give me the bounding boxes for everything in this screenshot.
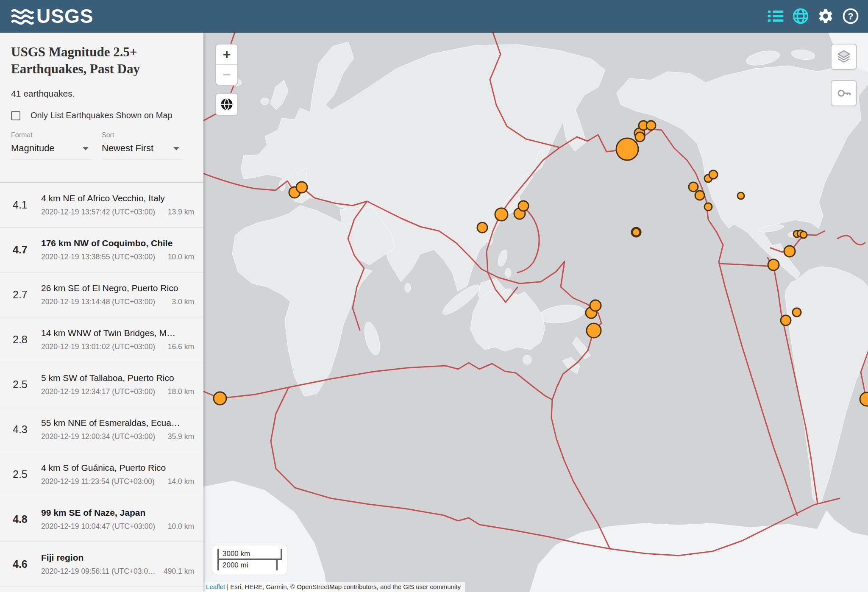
earthquake-depth: 10.0 km <box>168 253 194 261</box>
earthquake-list-item[interactable]: 4.7176 km NW of Coquimbo, Chile2020-12-1… <box>0 228 203 272</box>
earthquake-marker[interactable] <box>590 300 601 311</box>
earthquake-depth: 10.0 km <box>168 522 194 531</box>
attribution-text: | Esri, HERE, Garmin, © OpenStreetMap co… <box>225 583 461 590</box>
reset-view-button[interactable] <box>215 93 238 116</box>
earthquake-marker[interactable] <box>635 132 645 142</box>
earthquake-marker[interactable] <box>695 191 704 200</box>
earthquake-depth: 35.9 km <box>168 432 194 441</box>
earthquake-marker[interactable] <box>587 323 601 338</box>
earthquake-marker[interactable] <box>632 228 640 236</box>
earthquake-marker[interactable] <box>704 203 712 211</box>
earthquake-list: 4.14 km NE of Africo Vecchio, Italy2020-… <box>0 182 203 592</box>
format-select[interactable]: Format Magnitude <box>11 131 92 159</box>
legend-key-button[interactable] <box>831 80 857 106</box>
layers-icon <box>836 49 852 65</box>
earthquake-marker[interactable] <box>296 182 307 193</box>
earthquake-list-item[interactable]: 4.6Fiji region2020-12-19 09:56:11 (UTC+0… <box>0 542 203 587</box>
earthquake-marker[interactable] <box>616 138 638 160</box>
map-container[interactable]: + − <box>203 33 868 592</box>
list-options: Format Magnitude Sort Newest First <box>11 131 192 159</box>
earthquake-depth: 18.0 km <box>168 387 194 396</box>
earthquake-marker[interactable] <box>860 392 868 406</box>
magnitude-value: 2.8 <box>0 334 41 346</box>
header-actions: ? <box>767 7 862 25</box>
usgs-earthquakes-app: USGS <box>0 0 868 592</box>
scale-miles: 2000 mi <box>217 560 278 570</box>
help-icon[interactable]: ? <box>842 7 860 25</box>
earthquake-marker[interactable] <box>518 201 529 211</box>
usgs-logo[interactable]: USGS <box>11 6 93 26</box>
page-title: USGS Magnitude 2.5+ Earthquakes, Past Da… <box>11 44 192 78</box>
earthquake-depth: 3.0 km <box>172 297 194 306</box>
earthquake-time: 2020-12-19 12:00:34 (UTC+03:00) <box>41 432 155 441</box>
zoom-control: + − <box>215 44 238 86</box>
earthquake-time: 2020-12-19 13:14:48 (UTC+03:00) <box>41 297 155 306</box>
earthquake-place: 4 km NE of Africo Vecchio, Italy <box>41 193 194 203</box>
earthquake-list-item[interactable]: 4.14 km NE of Africo Vecchio, Italy2020-… <box>0 183 203 228</box>
earthquake-marker[interactable] <box>214 392 226 405</box>
earthquake-list-item[interactable]: 2.814 km WNW of Twin Bridges, M…2020-12-… <box>0 317 203 362</box>
earthquake-time: 2020-12-19 13:57:42 (UTC+03:00) <box>41 208 155 217</box>
leaflet-link[interactable]: Leaflet <box>206 583 225 590</box>
map-scale: 3000 km 2000 mi <box>212 545 287 574</box>
earthquake-place: 55 km NNE of Esmeraldas, Ecua… <box>41 418 194 428</box>
sort-select[interactable]: Sort Newest First <box>102 131 183 159</box>
earthquake-marker[interactable] <box>477 222 487 233</box>
earthquake-list-item[interactable]: 2.55 km SW of Tallaboa, Puerto Rico2020-… <box>0 362 203 407</box>
sort-select-value: Newest First <box>102 143 183 154</box>
magnitude-value: 4.3 <box>0 423 41 436</box>
app-header: USGS <box>0 0 868 33</box>
magnitude-value: 4.6 <box>0 558 41 570</box>
earthquake-depth: 14.0 km <box>168 477 194 486</box>
sort-select-label: Sort <box>102 131 183 139</box>
earthquake-list-item[interactable]: 4.899 km SE of Naze, Japan2020-12-19 10:… <box>0 497 203 542</box>
earthquake-marker[interactable] <box>737 192 744 199</box>
chevron-down-icon <box>83 147 89 150</box>
earthquake-marker[interactable] <box>646 121 656 130</box>
earthquake-time: 2020-12-19 11:23:54 (UTC+03:00) <box>41 477 155 486</box>
brand-text: USGS <box>36 6 93 26</box>
earthquake-place: 5 km SW of Tallaboa, Puerto Rico <box>41 373 194 383</box>
earthquake-depth: 490.1 km <box>164 567 194 576</box>
globe-reset-icon <box>220 97 234 111</box>
magnitude-value: 2.7 <box>0 289 41 301</box>
earthquake-list-item[interactable]: 2.726 km SE of El Negro, Puerto Rico2020… <box>0 272 203 317</box>
zoom-in-button[interactable]: + <box>216 44 237 64</box>
earthquake-count: 41 earthquakes. <box>11 89 192 99</box>
earthquake-marker[interactable] <box>495 208 508 221</box>
settings-icon[interactable] <box>817 7 835 25</box>
key-icon <box>836 85 852 101</box>
chevron-down-icon <box>173 147 179 150</box>
earthquake-depth: 16.6 km <box>168 342 194 351</box>
earthquake-marker[interactable] <box>800 231 807 238</box>
earthquake-list-item[interactable]: 2.54 km S of Guánica, Puerto Rico2020-12… <box>0 452 203 497</box>
magnitude-value: 2.5 <box>0 468 41 481</box>
world-map[interactable] <box>203 33 868 592</box>
magnitude-value: 2.5 <box>0 378 41 391</box>
earthquake-time: 2020-12-19 09:56:11 (UTC+03:0… <box>41 567 156 576</box>
zoom-out-button[interactable]: − <box>216 64 237 85</box>
earthquake-place: 26 km SE of El Negro, Puerto Rico <box>41 283 194 293</box>
earthquake-place: 4 km S of Guánica, Puerto Rico <box>41 463 194 473</box>
earthquake-place: Fiji region <box>41 553 194 563</box>
earthquake-marker[interactable] <box>689 182 698 192</box>
earthquake-place: 14 km WNW of Twin Bridges, M… <box>41 328 194 338</box>
earthquake-place: 176 km NW of Coquimbo, Chile <box>41 238 194 248</box>
globe-icon[interactable] <box>792 7 810 25</box>
earthquake-marker[interactable] <box>709 170 718 179</box>
svg-text:?: ? <box>848 11 853 22</box>
earthquake-marker[interactable] <box>784 246 795 257</box>
map-filter-checkbox[interactable] <box>11 111 20 120</box>
earthquake-time: 2020-12-19 12:34:17 (UTC+03:00) <box>41 387 155 396</box>
map-attribution: Leaflet | Esri, HERE, Garmin, © OpenStre… <box>203 582 465 592</box>
scale-kilometers: 3000 km <box>217 549 282 560</box>
layers-button[interactable] <box>831 44 857 70</box>
earthquake-marker[interactable] <box>781 315 791 325</box>
earthquake-list-item[interactable]: 4.355 km NNE of Esmeraldas, Ecua…2020-12… <box>0 407 203 452</box>
earthquake-marker[interactable] <box>793 308 801 317</box>
list-icon[interactable] <box>767 7 785 25</box>
earthquake-time: 2020-12-19 13:01:02 (UTC+03:00) <box>41 342 155 351</box>
earthquake-marker[interactable] <box>768 259 779 270</box>
filter-checkbox-row[interactable]: Only List Earthquakes Shown on Map <box>11 111 192 120</box>
format-select-label: Format <box>11 131 92 139</box>
